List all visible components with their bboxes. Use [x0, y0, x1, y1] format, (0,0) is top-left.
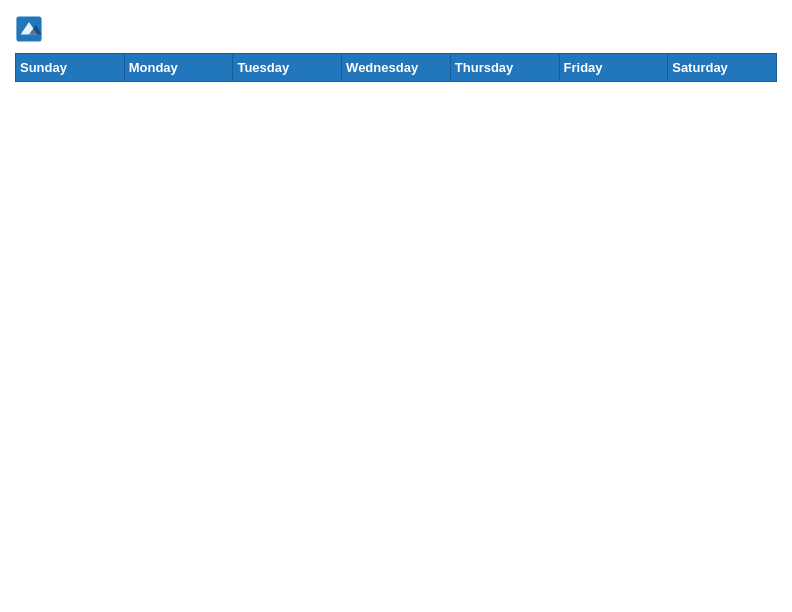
weekday-header-saturday: Saturday [668, 54, 777, 82]
logo-icon [15, 15, 43, 43]
weekday-header-wednesday: Wednesday [342, 54, 451, 82]
weekday-header-tuesday: Tuesday [233, 54, 342, 82]
page-header [15, 15, 777, 43]
calendar-table: SundayMondayTuesdayWednesdayThursdayFrid… [15, 53, 777, 82]
logo [15, 15, 47, 43]
weekday-header-thursday: Thursday [450, 54, 559, 82]
weekday-header-row: SundayMondayTuesdayWednesdayThursdayFrid… [16, 54, 777, 82]
weekday-header-friday: Friday [559, 54, 668, 82]
weekday-header-monday: Monday [124, 54, 233, 82]
weekday-header-sunday: Sunday [16, 54, 125, 82]
